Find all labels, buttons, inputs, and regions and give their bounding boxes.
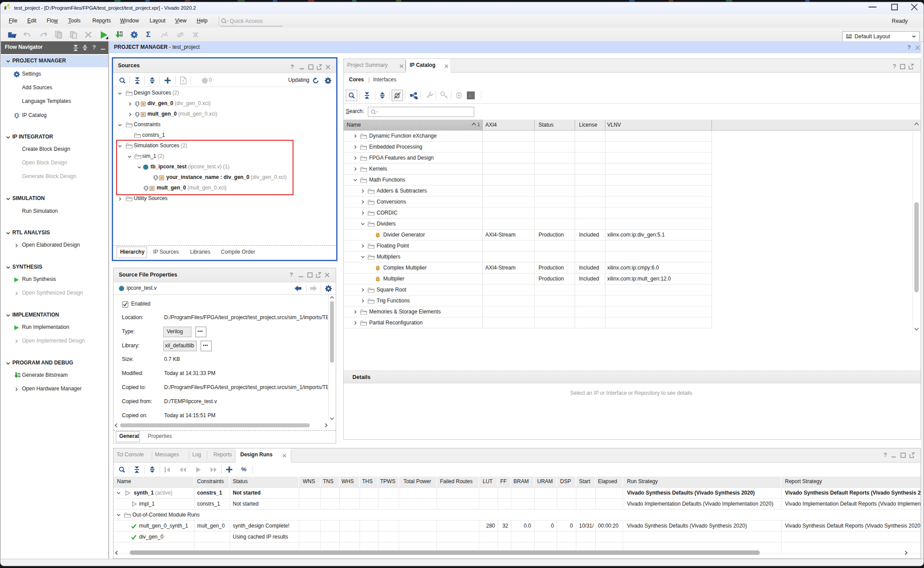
svg-text:10: 10 (18, 375, 21, 378)
svg-text:01: 01 (18, 372, 21, 375)
svg-text:?: ? (182, 79, 184, 84)
svg-text:10: 10 (120, 34, 123, 37)
svg-text:01: 01 (120, 31, 123, 34)
